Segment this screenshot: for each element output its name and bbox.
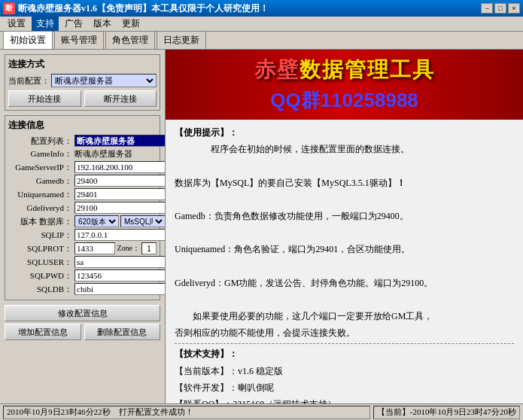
dbtype-dropdown[interactable]: MsSQL库 (120, 215, 166, 227)
connect-method-title: 连接方式 (8, 58, 157, 71)
version-row: 版本 数据库： 620版本 MsSQL库 (8, 215, 157, 227)
sqldb-row: SQLDB： (8, 283, 157, 295)
window-controls: － □ × (481, 3, 520, 14)
toolbar: 初始设置 账号管理 角色管理 日志更新 (0, 32, 523, 50)
uniquenamed-row: Uniquenamed： (8, 188, 157, 200)
tab-log-update[interactable]: 日志更新 (157, 31, 206, 49)
connect-method-section: 连接方式 当前配置： 断魂赤壁服务器 开始连接 断开连接 (5, 54, 160, 111)
delete-config-button[interactable]: 删除配置信息 (84, 324, 161, 340)
zone-label: Zone： (117, 243, 140, 254)
gamedb-input[interactable] (74, 175, 166, 187)
status-bar: 2010年10月9日23时46分22秒 打开配置文件成功！ 【当前】-2010年… (0, 403, 523, 420)
main-content: 连接方式 当前配置： 断魂赤壁服务器 开始连接 断开连接 连接信息 配置列表： (0, 50, 523, 403)
sqlpwd-row: SQLPWD： (8, 269, 157, 282)
banner-title: 赤壁数据管理工具 (178, 56, 511, 84)
gdeliveryd-label: Gdeliveryd： (8, 202, 72, 214)
help-line-10: 如果要使用必要的功能，这几个端口一定要开放给GM工具， (175, 309, 514, 324)
conn-info-section: 连接信息 配置列表： GameInfo： 断魂赤壁服务器 GameServerI… (5, 115, 160, 300)
right-panel: 赤壁数据管理工具 QQ群110258988 【使用提示】： 程序会在初始的时候，… (166, 50, 523, 403)
banner-title-part2: 数据管理工具 (300, 58, 435, 81)
gameinfo-value: 断魂赤壁服务器 (74, 148, 157, 160)
config-list-label: 配置列表： (8, 135, 72, 147)
zone-input[interactable] (141, 242, 157, 254)
gameinfo-row: GameInfo： 断魂赤壁服务器 (8, 148, 157, 160)
help-title: 【使用提示】： (175, 126, 514, 140)
banner-qq-label: QQ群 (270, 89, 320, 111)
gamedb-label: Gamedb： (8, 175, 72, 187)
add-delete-row: 增加配置信息 删除配置信息 (5, 324, 160, 340)
banner-title-part1: 赤壁 (254, 58, 300, 81)
bottom-buttons: 修改配置信息 增加配置信息 删除配置信息 (5, 305, 160, 340)
menu-version[interactable]: 版本 (89, 16, 116, 32)
help-line-7 (175, 260, 514, 274)
status-left: 2010年10月9日23时46分22秒 打开配置文件成功！ (3, 406, 370, 419)
connect-button[interactable]: 开始连接 (8, 90, 81, 107)
modify-config-button[interactable]: 修改配置信息 (5, 305, 160, 321)
sqlip-row: SQLIP： (8, 229, 157, 241)
conn-info-title: 连接信息 (8, 119, 157, 132)
sqluser-label: SQLUSER： (8, 257, 72, 268)
help-line-11: 否则相应的功能不能使用，会提示连接失败。 (175, 326, 514, 340)
banner-qq-num: 110258988 (321, 89, 418, 111)
sqluser-input[interactable] (74, 256, 166, 268)
window-title: 断魂赤壁服务器v1.6【免责声明】本工具仅限于个人研究使用！ (18, 2, 481, 15)
add-config-button[interactable]: 增加配置信息 (5, 324, 81, 340)
tech-line-2: 【联系QQ】：3315160（远程技术支持） (175, 397, 514, 403)
sqlpwd-input[interactable] (74, 269, 166, 282)
help-line-2: 数据库为【MySQL】的要自己安装【MySQL3.5.1驱动】！ (175, 176, 514, 190)
help-line-6: Uniquenamed：角色名验证，端口为29401，合区功能使用。 (175, 242, 514, 257)
config-dropdown[interactable]: 断魂赤壁服务器 (51, 74, 157, 87)
divider (175, 343, 514, 344)
close-button[interactable]: × (508, 3, 520, 14)
version-dropdown[interactable]: 620版本 (74, 215, 119, 227)
help-line-1 (175, 159, 514, 173)
sqlprot-row: SQLPROT： Zone： (8, 242, 157, 254)
gamedb-row: Gamedb： (8, 175, 157, 187)
menu-settings[interactable]: 设置 (3, 16, 30, 32)
current-config-row: 当前配置： 断魂赤壁服务器 (8, 74, 157, 87)
gameserverip-row: GameServerIP： (8, 161, 157, 173)
tab-initial-settings[interactable]: 初始设置 (3, 31, 53, 49)
gdeliveryd-input[interactable] (74, 202, 166, 214)
uniquenamed-label: Uniquenamed： (8, 189, 72, 200)
gdeliveryd-row: Gdeliveryd： (8, 202, 157, 214)
app-icon: 断 (3, 2, 15, 14)
config-list-row: 配置列表： (8, 135, 157, 147)
disconnect-button[interactable]: 断开连接 (84, 90, 157, 107)
minimize-button[interactable]: － (481, 3, 493, 14)
connect-buttons: 开始连接 断开连接 (8, 90, 157, 107)
help-line-4: Gamedb：负责角色数据修改功能使用，一般端口为29400。 (175, 209, 514, 224)
help-line-8: Gdeliveryd：GM功能，发送公告、封停角色功能。端口为29100。 (175, 276, 514, 291)
sqlprot-label: SQLPROT： (8, 243, 72, 254)
gameinfo-label: GameInfo： (8, 148, 72, 160)
tech-title: 【技术支持】： (175, 347, 514, 361)
banner: 赤壁数据管理工具 QQ群110258988 (166, 50, 523, 120)
sqlip-label: SQLIP： (8, 230, 72, 241)
menu-support[interactable]: 支持 (32, 16, 59, 32)
sqlpwd-label: SQLPWD： (8, 270, 72, 282)
current-config-label: 当前配置： (8, 75, 50, 87)
tab-account-management[interactable]: 账号管理 (54, 31, 104, 49)
help-line-3 (175, 193, 514, 207)
help-line-0: 程序会在初始的时候，连接配置里面的数据连接。 (175, 142, 514, 157)
config-list-input[interactable] (74, 135, 166, 147)
menu-ads[interactable]: 广告 (60, 16, 87, 32)
title-bar: 断 断魂赤壁服务器v1.6【免责声明】本工具仅限于个人研究使用！ － □ × (0, 0, 523, 17)
left-panel: 连接方式 当前配置： 断魂赤壁服务器 开始连接 断开连接 连接信息 配置列表： (0, 50, 166, 403)
sqluser-row: SQLUSER： (8, 256, 157, 268)
banner-qq-row: QQ群110258988 (178, 87, 511, 114)
sqldb-label: SQLDB： (8, 284, 72, 295)
sqlprot-input[interactable] (74, 242, 115, 254)
maximize-button[interactable]: □ (494, 3, 506, 14)
sqlip-input[interactable] (74, 229, 166, 241)
menu-bar: 设置 支持 广告 版本 更新 (0, 17, 523, 32)
help-line-5 (175, 226, 514, 240)
menu-update[interactable]: 更新 (117, 16, 144, 32)
gameserverip-input[interactable] (74, 161, 166, 173)
version-label: 版本 数据库： (8, 216, 72, 227)
tab-role-management[interactable]: 角色管理 (105, 31, 155, 49)
info-text-area: 【使用提示】： 程序会在初始的时候，连接配置里面的数据连接。 数据库为【MySQ… (166, 120, 523, 403)
gameserverip-label: GameServerIP： (8, 162, 72, 173)
sqldb-input[interactable] (74, 283, 166, 295)
uniquenamed-input[interactable] (74, 188, 166, 200)
